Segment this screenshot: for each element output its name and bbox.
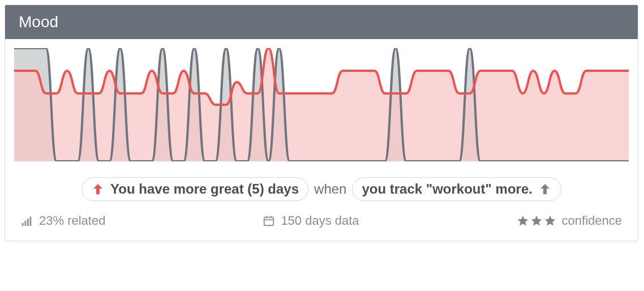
days-item: 150 days data <box>263 213 359 228</box>
card-header: Mood <box>5 5 638 39</box>
card-title: Mood <box>19 13 58 31</box>
star-icon <box>530 215 543 227</box>
chart-series-mood-fill <box>14 48 629 161</box>
insight-pill-right[interactable]: you track "workout" more. <box>352 177 561 201</box>
insight-left-text: You have more great (5) days <box>110 181 299 197</box>
bars-icon <box>21 215 33 227</box>
chart-svg <box>14 48 629 161</box>
svg-rect-0 <box>22 223 24 226</box>
days-text: 150 days data <box>281 213 359 228</box>
svg-rect-2 <box>27 219 29 226</box>
confidence-label: confidence <box>562 213 622 228</box>
insight-row: You have more great (5) days when you tr… <box>5 166 638 208</box>
insight-joiner: when <box>314 181 346 197</box>
mood-card: Mood You have more great (5) days when y… <box>5 5 638 241</box>
svg-rect-4 <box>264 217 274 226</box>
footer-row: 23% related 150 days data confidence <box>5 208 638 241</box>
calendar-icon <box>263 215 275 227</box>
star-icon <box>517 215 529 227</box>
star-row <box>517 215 556 227</box>
insight-pill-left[interactable]: You have more great (5) days <box>81 177 308 201</box>
arrow-up-red-icon <box>91 182 105 196</box>
chart-area <box>5 39 638 166</box>
insight-right-text: you track "workout" more. <box>362 181 533 197</box>
svg-rect-3 <box>30 217 32 226</box>
svg-rect-1 <box>24 221 26 226</box>
arrow-up-gray-icon <box>538 182 552 196</box>
related-text: 23% related <box>39 213 105 228</box>
related-item: 23% related <box>21 213 105 228</box>
star-icon <box>544 215 556 227</box>
confidence-item: confidence <box>517 213 622 228</box>
